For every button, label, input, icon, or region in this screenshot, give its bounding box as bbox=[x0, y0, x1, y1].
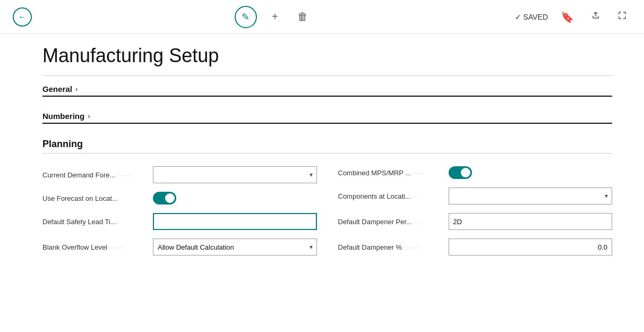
combined-mps-toggle[interactable] bbox=[449, 166, 472, 179]
planning-section: Planning Current Demand Fore... · · · · … bbox=[42, 139, 612, 260]
general-divider bbox=[42, 96, 612, 97]
default-safety-lead-label: Default Safety Lead Ti... bbox=[42, 218, 149, 226]
edit-button[interactable]: ✎ bbox=[235, 6, 257, 28]
edit-icon: ✎ bbox=[242, 11, 250, 23]
combined-mps-slider bbox=[449, 166, 472, 179]
blank-overflow-label: Blank Overflow Level · · · · · bbox=[42, 243, 149, 251]
toolbar: ← ✎ + 🗑 ✓ SAVED 🔖 bbox=[0, 0, 644, 34]
default-dampener-pct-input-wrapper bbox=[449, 239, 613, 256]
default-safety-lead-row: Default Safety Lead Ti... bbox=[42, 209, 317, 234]
add-icon: + bbox=[272, 11, 278, 23]
bookmark-icon: 🔖 bbox=[561, 11, 574, 23]
components-location-select-wrapper: Option 1 ▾ bbox=[449, 188, 613, 205]
page-content: Manufacturing Setup General › Numbering … bbox=[0, 34, 644, 270]
title-divider bbox=[42, 75, 612, 76]
use-forecast-toggle[interactable] bbox=[153, 192, 176, 205]
numbering-label: Numbering bbox=[42, 112, 84, 121]
components-location-label: Components at Locati... · · · bbox=[338, 192, 444, 200]
back-icon: ← bbox=[18, 12, 27, 22]
current-demand-label: Current Demand Fore... · · · · · bbox=[42, 171, 149, 179]
general-section: General › bbox=[42, 84, 612, 97]
planning-right-col: Combined MPS/MRP ... · · · · Components … bbox=[338, 162, 613, 260]
blank-overflow-select[interactable]: Allow Default Calculation Option 2 bbox=[153, 239, 317, 256]
default-dampener-pct-row: Default Dampener % · · · · · bbox=[338, 234, 613, 260]
planning-title: Planning bbox=[42, 139, 612, 150]
delete-button[interactable]: 🗑 bbox=[293, 8, 312, 25]
use-forecast-slider bbox=[153, 192, 176, 205]
general-chevron: › bbox=[75, 85, 78, 93]
export-icon bbox=[591, 11, 600, 23]
planning-form: Current Demand Fore... · · · · · Option … bbox=[42, 162, 612, 260]
toolbar-right: ✓ SAVED 🔖 bbox=[515, 8, 631, 25]
saved-status: ✓ SAVED bbox=[515, 13, 548, 21]
current-demand-select[interactable]: Option 1 bbox=[153, 166, 317, 183]
use-forecast-label: Use Forecast on Locat... bbox=[42, 194, 149, 202]
combined-mps-label: Combined MPS/MRP ... · · · · bbox=[338, 169, 444, 177]
saved-check-icon: ✓ bbox=[515, 13, 521, 21]
general-label: General bbox=[42, 84, 72, 93]
add-button[interactable]: + bbox=[268, 8, 282, 25]
blank-overflow-row: Blank Overflow Level · · · · · Allow Def… bbox=[42, 234, 317, 260]
back-button[interactable]: ← bbox=[13, 7, 32, 27]
current-demand-select-wrapper: Option 1 ▾ bbox=[153, 166, 317, 183]
numbering-section: Numbering › bbox=[42, 112, 612, 124]
default-dampener-period-row: Default Dampener Per... · · · bbox=[338, 209, 613, 234]
page-title: Manufacturing Setup bbox=[42, 45, 612, 67]
expand-button[interactable] bbox=[613, 8, 631, 25]
default-dampener-pct-label: Default Dampener % · · · · · bbox=[338, 243, 444, 251]
delete-icon: 🗑 bbox=[297, 11, 308, 23]
numbering-chevron: › bbox=[88, 112, 90, 120]
current-demand-row: Current Demand Fore... · · · · · Option … bbox=[42, 162, 317, 188]
default-dampener-period-input[interactable] bbox=[449, 213, 613, 230]
default-safety-lead-input-wrapper bbox=[153, 213, 317, 230]
toolbar-center: ✎ + 🗑 bbox=[40, 6, 506, 28]
use-forecast-toggle-wrapper bbox=[153, 192, 317, 205]
planning-divider bbox=[42, 153, 612, 154]
planning-left-col: Current Demand Fore... · · · · · Option … bbox=[42, 162, 317, 260]
use-forecast-row: Use Forecast on Locat... bbox=[42, 188, 317, 209]
expand-icon bbox=[617, 11, 627, 23]
combined-mps-row: Combined MPS/MRP ... · · · · bbox=[338, 162, 613, 183]
general-section-header[interactable]: General › bbox=[42, 84, 612, 93]
numbering-section-header[interactable]: Numbering › bbox=[42, 112, 612, 121]
default-safety-lead-input[interactable] bbox=[153, 213, 317, 230]
components-location-row: Components at Locati... · · · Option 1 ▾ bbox=[338, 183, 613, 209]
bookmark-button[interactable]: 🔖 bbox=[556, 8, 578, 25]
combined-mps-toggle-wrapper bbox=[449, 166, 613, 179]
default-dampener-period-input-wrapper bbox=[449, 213, 613, 230]
default-dampener-pct-input[interactable] bbox=[449, 239, 613, 256]
components-location-select[interactable]: Option 1 bbox=[449, 188, 613, 205]
default-dampener-period-label: Default Dampener Per... · · · bbox=[338, 218, 444, 226]
export-button[interactable] bbox=[587, 8, 605, 25]
numbering-divider bbox=[42, 123, 612, 124]
blank-overflow-select-wrapper: Allow Default Calculation Option 2 ▾ bbox=[153, 239, 317, 256]
